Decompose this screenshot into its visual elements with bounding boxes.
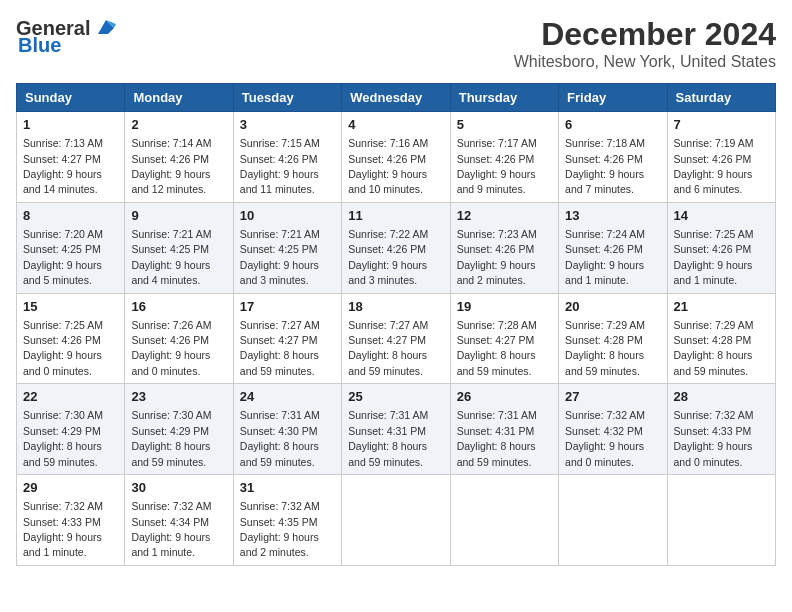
sunset-info: Sunset: 4:25 PM bbox=[131, 243, 209, 255]
header-saturday: Saturday bbox=[667, 84, 775, 112]
calendar-cell: 6 Sunrise: 7:18 AM Sunset: 4:26 PM Dayli… bbox=[559, 112, 667, 203]
calendar-cell: 23 Sunrise: 7:30 AM Sunset: 4:29 PM Dayl… bbox=[125, 384, 233, 475]
sunrise-info: Sunrise: 7:29 AM bbox=[565, 319, 645, 331]
calendar-cell: 7 Sunrise: 7:19 AM Sunset: 4:26 PM Dayli… bbox=[667, 112, 775, 203]
day-number: 3 bbox=[240, 116, 335, 134]
calendar-cell: 5 Sunrise: 7:17 AM Sunset: 4:26 PM Dayli… bbox=[450, 112, 558, 203]
daylight-info: Daylight: 9 hours and 5 minutes. bbox=[23, 259, 102, 286]
calendar-cell: 13 Sunrise: 7:24 AM Sunset: 4:26 PM Dayl… bbox=[559, 202, 667, 293]
calendar-cell: 26 Sunrise: 7:31 AM Sunset: 4:31 PM Dayl… bbox=[450, 384, 558, 475]
daylight-info: Daylight: 9 hours and 10 minutes. bbox=[348, 168, 427, 195]
calendar-cell: 29 Sunrise: 7:32 AM Sunset: 4:33 PM Dayl… bbox=[17, 475, 125, 566]
day-number: 31 bbox=[240, 479, 335, 497]
day-number: 19 bbox=[457, 298, 552, 316]
sunset-info: Sunset: 4:26 PM bbox=[674, 243, 752, 255]
calendar-cell: 27 Sunrise: 7:32 AM Sunset: 4:32 PM Dayl… bbox=[559, 384, 667, 475]
daylight-info: Daylight: 9 hours and 3 minutes. bbox=[348, 259, 427, 286]
sunrise-info: Sunrise: 7:15 AM bbox=[240, 137, 320, 149]
sunset-info: Sunset: 4:26 PM bbox=[457, 153, 535, 165]
calendar-cell: 12 Sunrise: 7:23 AM Sunset: 4:26 PM Dayl… bbox=[450, 202, 558, 293]
sunrise-info: Sunrise: 7:20 AM bbox=[23, 228, 103, 240]
calendar-cell bbox=[450, 475, 558, 566]
daylight-info: Daylight: 9 hours and 11 minutes. bbox=[240, 168, 319, 195]
week-row-4: 22 Sunrise: 7:30 AM Sunset: 4:29 PM Dayl… bbox=[17, 384, 776, 475]
daylight-info: Daylight: 9 hours and 9 minutes. bbox=[457, 168, 536, 195]
sunset-info: Sunset: 4:33 PM bbox=[23, 516, 101, 528]
calendar-cell bbox=[559, 475, 667, 566]
sunrise-info: Sunrise: 7:32 AM bbox=[240, 500, 320, 512]
day-number: 1 bbox=[23, 116, 118, 134]
sunset-info: Sunset: 4:27 PM bbox=[23, 153, 101, 165]
sunset-info: Sunset: 4:35 PM bbox=[240, 516, 318, 528]
daylight-info: Daylight: 9 hours and 0 minutes. bbox=[565, 440, 644, 467]
calendar-cell: 9 Sunrise: 7:21 AM Sunset: 4:25 PM Dayli… bbox=[125, 202, 233, 293]
sunset-info: Sunset: 4:29 PM bbox=[131, 425, 209, 437]
sunset-info: Sunset: 4:26 PM bbox=[565, 153, 643, 165]
calendar-cell: 11 Sunrise: 7:22 AM Sunset: 4:26 PM Dayl… bbox=[342, 202, 450, 293]
header-friday: Friday bbox=[559, 84, 667, 112]
day-number: 25 bbox=[348, 388, 443, 406]
calendar-cell: 8 Sunrise: 7:20 AM Sunset: 4:25 PM Dayli… bbox=[17, 202, 125, 293]
daylight-info: Daylight: 9 hours and 7 minutes. bbox=[565, 168, 644, 195]
sunset-info: Sunset: 4:27 PM bbox=[240, 334, 318, 346]
location-subtitle: Whitesboro, New York, United States bbox=[514, 53, 776, 71]
sunrise-info: Sunrise: 7:18 AM bbox=[565, 137, 645, 149]
calendar-cell: 30 Sunrise: 7:32 AM Sunset: 4:34 PM Dayl… bbox=[125, 475, 233, 566]
sunset-info: Sunset: 4:33 PM bbox=[674, 425, 752, 437]
sunrise-info: Sunrise: 7:30 AM bbox=[23, 409, 103, 421]
calendar-cell: 20 Sunrise: 7:29 AM Sunset: 4:28 PM Dayl… bbox=[559, 293, 667, 384]
day-number: 16 bbox=[131, 298, 226, 316]
daylight-info: Daylight: 8 hours and 59 minutes. bbox=[348, 349, 427, 376]
calendar-cell: 31 Sunrise: 7:32 AM Sunset: 4:35 PM Dayl… bbox=[233, 475, 341, 566]
sunrise-info: Sunrise: 7:24 AM bbox=[565, 228, 645, 240]
sunrise-info: Sunrise: 7:32 AM bbox=[674, 409, 754, 421]
day-number: 12 bbox=[457, 207, 552, 225]
sunrise-info: Sunrise: 7:16 AM bbox=[348, 137, 428, 149]
day-number: 7 bbox=[674, 116, 769, 134]
sunset-info: Sunset: 4:25 PM bbox=[23, 243, 101, 255]
calendar-cell: 17 Sunrise: 7:27 AM Sunset: 4:27 PM Dayl… bbox=[233, 293, 341, 384]
calendar-cell: 2 Sunrise: 7:14 AM Sunset: 4:26 PM Dayli… bbox=[125, 112, 233, 203]
daylight-info: Daylight: 8 hours and 59 minutes. bbox=[674, 349, 753, 376]
sunset-info: Sunset: 4:25 PM bbox=[240, 243, 318, 255]
calendar-header-row: SundayMondayTuesdayWednesdayThursdayFrid… bbox=[17, 84, 776, 112]
sunrise-info: Sunrise: 7:19 AM bbox=[674, 137, 754, 149]
calendar-cell: 3 Sunrise: 7:15 AM Sunset: 4:26 PM Dayli… bbox=[233, 112, 341, 203]
sunset-info: Sunset: 4:31 PM bbox=[457, 425, 535, 437]
sunset-info: Sunset: 4:28 PM bbox=[674, 334, 752, 346]
month-title: December 2024 bbox=[514, 16, 776, 53]
sunset-info: Sunset: 4:32 PM bbox=[565, 425, 643, 437]
sunrise-info: Sunrise: 7:31 AM bbox=[457, 409, 537, 421]
day-number: 8 bbox=[23, 207, 118, 225]
day-number: 27 bbox=[565, 388, 660, 406]
calendar-cell: 21 Sunrise: 7:29 AM Sunset: 4:28 PM Dayl… bbox=[667, 293, 775, 384]
daylight-info: Daylight: 9 hours and 1 minute. bbox=[131, 531, 210, 558]
day-number: 11 bbox=[348, 207, 443, 225]
calendar-cell: 15 Sunrise: 7:25 AM Sunset: 4:26 PM Dayl… bbox=[17, 293, 125, 384]
sunset-info: Sunset: 4:31 PM bbox=[348, 425, 426, 437]
daylight-info: Daylight: 9 hours and 12 minutes. bbox=[131, 168, 210, 195]
daylight-info: Daylight: 8 hours and 59 minutes. bbox=[240, 440, 319, 467]
daylight-info: Daylight: 8 hours and 59 minutes. bbox=[131, 440, 210, 467]
sunset-info: Sunset: 4:26 PM bbox=[131, 153, 209, 165]
daylight-info: Daylight: 9 hours and 14 minutes. bbox=[23, 168, 102, 195]
calendar-cell: 10 Sunrise: 7:21 AM Sunset: 4:25 PM Dayl… bbox=[233, 202, 341, 293]
week-row-2: 8 Sunrise: 7:20 AM Sunset: 4:25 PM Dayli… bbox=[17, 202, 776, 293]
header-thursday: Thursday bbox=[450, 84, 558, 112]
sunrise-info: Sunrise: 7:13 AM bbox=[23, 137, 103, 149]
daylight-info: Daylight: 9 hours and 3 minutes. bbox=[240, 259, 319, 286]
sunrise-info: Sunrise: 7:32 AM bbox=[131, 500, 211, 512]
sunset-info: Sunset: 4:26 PM bbox=[348, 243, 426, 255]
sunrise-info: Sunrise: 7:27 AM bbox=[240, 319, 320, 331]
sunrise-info: Sunrise: 7:27 AM bbox=[348, 319, 428, 331]
day-number: 20 bbox=[565, 298, 660, 316]
sunrise-info: Sunrise: 7:30 AM bbox=[131, 409, 211, 421]
calendar-cell: 18 Sunrise: 7:27 AM Sunset: 4:27 PM Dayl… bbox=[342, 293, 450, 384]
sunrise-info: Sunrise: 7:21 AM bbox=[131, 228, 211, 240]
day-number: 18 bbox=[348, 298, 443, 316]
sunset-info: Sunset: 4:26 PM bbox=[348, 153, 426, 165]
logo-icon bbox=[94, 16, 118, 40]
day-number: 10 bbox=[240, 207, 335, 225]
sunrise-info: Sunrise: 7:17 AM bbox=[457, 137, 537, 149]
day-number: 24 bbox=[240, 388, 335, 406]
